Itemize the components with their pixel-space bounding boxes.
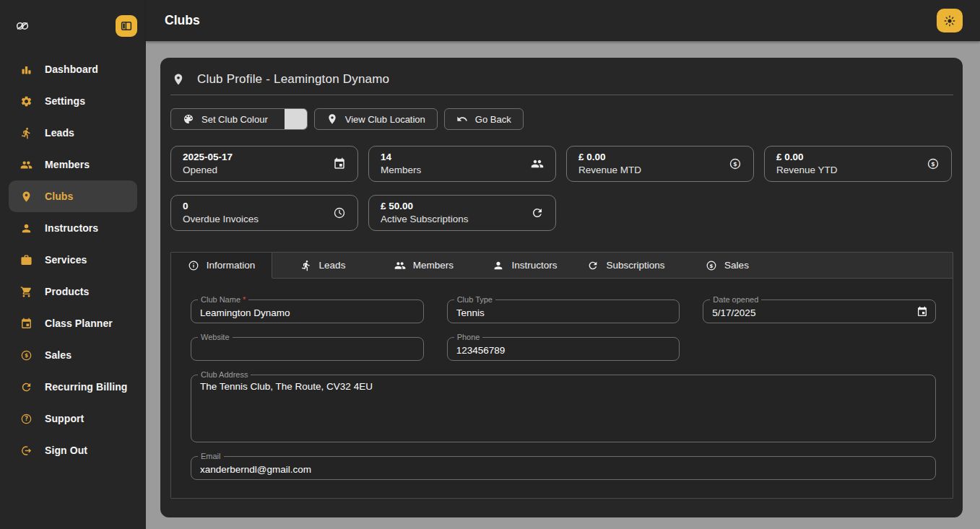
information-tab-content: Club Name* Club Type Date opened <box>171 279 953 498</box>
view-club-location-button[interactable]: View Club Location <box>314 108 438 130</box>
sidebar-item-members[interactable]: Members <box>9 149 137 180</box>
tab-label: Sales <box>724 260 749 271</box>
person-icon <box>493 260 504 271</box>
sidebar-item-label: Services <box>45 254 87 266</box>
sidebar-item-settings[interactable]: Settings <box>9 85 137 117</box>
sidebar-item-support[interactable]: ? Support <box>9 403 137 434</box>
stat-label: Opened <box>183 164 233 177</box>
calendar-icon[interactable] <box>916 306 928 318</box>
sidebar-item-products[interactable]: Products <box>9 276 137 307</box>
sidebar-item-class-planner[interactable]: Class Planner <box>9 307 137 339</box>
tab-subscriptions[interactable]: Subscriptions <box>576 253 677 278</box>
dollar-circle-icon: $ <box>20 349 32 362</box>
undo-arrow-icon <box>456 113 468 125</box>
people-icon <box>20 159 32 171</box>
dollar-circle-icon: $ <box>729 157 742 170</box>
tab-sales[interactable]: $ Sales <box>677 253 778 278</box>
gear-icon <box>20 95 32 108</box>
sidebar-item-dashboard[interactable]: Dashboard <box>9 53 137 85</box>
people-icon <box>531 157 544 170</box>
club-tab-panel: Information Leads Members Instructo <box>170 252 953 499</box>
stat-label: Revenue MTD <box>578 164 641 177</box>
tab-leads[interactable]: Leads <box>272 253 373 278</box>
website-field[interactable]: Website <box>191 337 424 361</box>
club-info-form: Club Name* Club Type Date opened <box>191 300 936 480</box>
sidebar-item-instructors[interactable]: Instructors <box>9 212 137 244</box>
club-type-field[interactable]: Club Type <box>447 300 680 323</box>
stat-value: £ 0.00 <box>776 151 838 164</box>
svg-text:$: $ <box>733 161 737 167</box>
stat-card-opened: 2025-05-17 Opened <box>170 146 358 182</box>
required-asterisk: * <box>243 295 246 304</box>
sidebar-item-label: Settings <box>45 95 85 107</box>
stat-card-revenue-ytd: £ 0.00 Revenue YTD $ <box>764 146 952 182</box>
club-type-label: Club Type <box>454 295 495 305</box>
header: Clubs <box>146 0 980 41</box>
tab-label: Leads <box>319 260 346 271</box>
set-club-colour-button[interactable]: Set Club Colour <box>170 108 308 130</box>
go-back-button[interactable]: Go Back <box>444 108 524 130</box>
title-divider <box>170 95 953 95</box>
person-icon <box>20 222 32 235</box>
dollar-circle-icon: $ <box>927 157 940 170</box>
club-profile-card: Club Profile - Leamington Dynamo Set Clu… <box>160 58 963 517</box>
logo-rings-icon <box>14 18 30 34</box>
question-circle-icon: ? <box>20 413 32 425</box>
sidebar-toggle-button[interactable] <box>116 15 137 37</box>
sidebar-item-services[interactable]: Services <box>9 244 137 276</box>
tab-label: Subscriptions <box>606 260 664 271</box>
info-circle-icon <box>188 260 199 271</box>
calendar-icon <box>333 157 346 170</box>
stat-cards-grid: 2025-05-17 Opened 14 Members £ 0.00 Reve… <box>170 146 953 231</box>
cart-icon <box>20 286 32 298</box>
svg-text:$: $ <box>25 352 28 359</box>
tab-label: Information <box>207 260 256 271</box>
club-address-field[interactable]: Club Address The Tennis Club, The Route,… <box>191 375 936 442</box>
tab-label: Members <box>413 260 454 271</box>
location-pin-icon <box>326 113 338 125</box>
tab-bar: Information Leads Members Instructo <box>171 253 953 279</box>
tab-members[interactable]: Members <box>373 253 474 278</box>
stat-value: 2025-05-17 <box>183 151 233 164</box>
sign-out-icon <box>20 445 32 457</box>
tab-information[interactable]: Information <box>171 253 272 278</box>
sidebar-item-clubs[interactable]: Clubs <box>9 180 137 212</box>
sidebar-item-recurring-billing[interactable]: Recurring Billing <box>9 371 137 403</box>
phone-label: Phone <box>454 333 483 342</box>
date-opened-field[interactable]: Date opened <box>703 300 936 323</box>
theme-toggle-button[interactable] <box>937 9 963 32</box>
sidebar-item-leads[interactable]: Leads <box>9 117 137 149</box>
sidebar-item-label: Sign Out <box>45 445 87 456</box>
stat-label: Revenue YTD <box>776 164 838 177</box>
sidebar-item-label: Class Planner <box>45 318 113 329</box>
svg-text:?: ? <box>25 415 28 422</box>
runner-icon <box>20 127 32 139</box>
club-address-textarea[interactable]: The Tennis Club, The Route, CV32 4EU <box>191 375 935 442</box>
email-label: Email <box>198 452 224 461</box>
sidebar-header <box>0 0 146 41</box>
stat-card-overdue-invoices: 0 Overdue Invoices <box>170 195 358 231</box>
tab-instructors[interactable]: Instructors <box>474 253 576 278</box>
grid-spacer <box>703 337 936 361</box>
sidebar-item-label: Recurring Billing <box>45 381 128 393</box>
view-club-location-label: View Club Location <box>345 114 425 125</box>
email-input[interactable] <box>191 457 935 479</box>
stat-value: £ 0.00 <box>578 151 641 164</box>
sidebar-item-sign-out[interactable]: Sign Out <box>9 434 137 466</box>
briefcase-icon <box>20 254 32 266</box>
svg-text:$: $ <box>710 263 714 268</box>
email-field[interactable]: Email <box>191 456 936 480</box>
sidebar-nav: Dashboard Settings Leads Members Clubs I… <box>0 53 146 466</box>
svg-text:$: $ <box>931 161 935 167</box>
club-address-label: Club Address <box>198 370 251 380</box>
date-opened-label: Date opened <box>710 295 761 305</box>
palette-icon <box>183 113 194 125</box>
club-name-field[interactable]: Club Name* <box>191 300 424 323</box>
stat-card-active-subscriptions: £ 50.00 Active Subscriptions <box>368 195 556 231</box>
action-buttons-row: Set Club Colour View Club Location Go Ba… <box>170 108 953 130</box>
club-profile-title: Club Profile - Leamington Dynamo <box>197 72 389 87</box>
people-icon <box>394 260 406 271</box>
sidebar-item-sales[interactable]: $ Sales <box>9 339 137 371</box>
phone-field[interactable]: Phone <box>447 337 680 361</box>
refresh-icon <box>531 206 544 219</box>
